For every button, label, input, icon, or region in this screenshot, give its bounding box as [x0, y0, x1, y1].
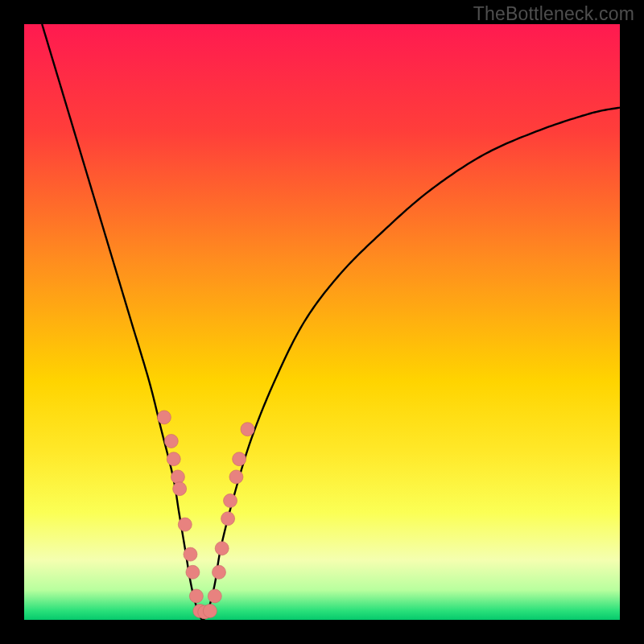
bottleneck-curve [42, 24, 620, 620]
data-marker [241, 423, 254, 436]
data-marker [203, 604, 217, 617]
data-marker [208, 589, 221, 603]
data-marker [212, 565, 225, 579]
chart-frame: TheBottleneck.com [0, 0, 644, 644]
data-marker [186, 565, 200, 579]
data-marker [157, 411, 171, 424]
data-marker [164, 435, 178, 448]
data-marker [184, 547, 197, 561]
data-marker [167, 452, 180, 466]
curve-layer [24, 24, 620, 620]
data-marker [233, 452, 246, 466]
data-marker [171, 470, 184, 484]
attribution-text: TheBottleneck.com [473, 3, 634, 25]
marker-group [157, 411, 254, 619]
data-marker [215, 542, 229, 555]
data-marker [178, 518, 192, 531]
data-marker [173, 482, 187, 496]
data-marker [221, 512, 235, 526]
data-marker [189, 589, 203, 603]
data-marker [229, 470, 243, 484]
plot-area [24, 24, 620, 620]
data-marker [224, 494, 237, 508]
